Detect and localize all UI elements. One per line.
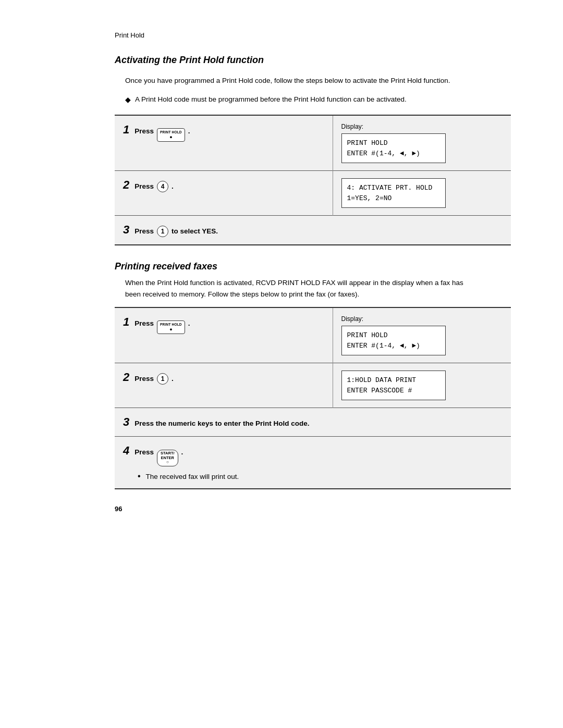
- step3-label: Press: [134, 227, 154, 235]
- step2-label: Press: [134, 182, 154, 190]
- start-enter-key[interactable]: START/ ENTER ○: [157, 450, 178, 466]
- s2-step4-number: 4: [123, 444, 129, 458]
- key-4-circle[interactable]: 4: [157, 181, 168, 192]
- table-row: 1 Press PRINT HOLD ● . Display: PRINT HO…: [115, 307, 511, 363]
- step1-inline: 1 Press PRINT HOLD ● .: [123, 123, 324, 142]
- s2-step4-subbullet: • The received fax will print out.: [138, 472, 503, 481]
- section1-steps-table: 1 Press PRINT HOLD ● . Display: PRINT HO…: [115, 115, 511, 245]
- section2-description: When the Print Hold function is activate…: [115, 277, 469, 300]
- step2-display-cell: 4: ACTIVATE PRT. HOLD1=YES, 2=NO: [333, 171, 511, 216]
- subbullet-text: The received fax will print out.: [146, 473, 239, 480]
- step2-suffix: .: [172, 182, 174, 190]
- s2-step2-display-cell: 1:HOLD DATA PRINTENTER PASSCODE #: [333, 363, 511, 408]
- s2-step3-inline: 3 Press the numeric keys to enter the Pr…: [123, 415, 503, 429]
- display-box-2: 4: ACTIVATE PRT. HOLD1=YES, 2=NO: [341, 178, 446, 208]
- step3-suffix: to select YES.: [172, 227, 218, 235]
- s2-step1-display-cell: Display: PRINT HOLDENTER #(1-4, ◄, ►): [333, 307, 511, 363]
- step3-inline: 3 Press 1 to select YES.: [123, 223, 503, 237]
- display-label-1: Display:: [341, 123, 503, 130]
- enter-icon: ○: [166, 460, 169, 465]
- bullet-dot: •: [138, 472, 141, 481]
- display-box-1: PRINT HOLDENTER #(1-4, ◄, ►): [341, 133, 446, 163]
- step3-action-cell: 3 Press 1 to select YES.: [115, 216, 511, 245]
- table-row: 4 Press START/ ENTER ○ . • The received …: [115, 437, 511, 489]
- key-1-circle-s2[interactable]: 1: [157, 373, 168, 385]
- s2-step2-action-cell: 2 Press 1 .: [115, 363, 333, 408]
- s2-step1-suffix: .: [188, 319, 190, 327]
- step1-action-cell: 1 Press PRINT HOLD ● .: [115, 115, 333, 171]
- display-label-s2-1: Display:: [341, 315, 503, 323]
- s2-step2-suffix: .: [172, 375, 174, 382]
- s2-step3-action-cell: 3 Press the numeric keys to enter the Pr…: [115, 408, 511, 437]
- section2-steps-table: 1 Press PRINT HOLD ● . Display: PRINT HO…: [115, 307, 511, 489]
- table-row: 2 Press 1 . 1:HOLD DATA PRINTENTER PASSC…: [115, 363, 511, 408]
- print-hold-key-2[interactable]: PRINT HOLD ●: [157, 320, 185, 334]
- table-row: 1 Press PRINT HOLD ● . Display: PRINT HO…: [115, 115, 511, 171]
- key-1-circle-s1[interactable]: 1: [157, 226, 168, 237]
- step1-display-cell: Display: PRINT HOLDENTER #(1-4, ◄, ►): [333, 115, 511, 171]
- bullet-diamond: ◆: [125, 94, 131, 106]
- s2-step3-number: 3: [123, 415, 129, 429]
- section2-title: Printing received faxes: [115, 261, 511, 272]
- key-top-label: PRINT HOLD: [160, 130, 182, 134]
- s2-step1-label: Press: [134, 319, 154, 327]
- display-box-s2-2: 1:HOLD DATA PRINTENTER PASSCODE #: [341, 371, 446, 400]
- table-row: 3 Press 1 to select YES.: [115, 216, 511, 245]
- step1-suffix: .: [188, 127, 190, 135]
- s2-step2-number: 2: [123, 371, 129, 384]
- step2-number: 2: [123, 178, 129, 192]
- s2-step4-suffix: .: [181, 448, 183, 456]
- step1-label: Press: [134, 127, 154, 135]
- s2-step2-inline: 2 Press 1 .: [123, 371, 324, 385]
- section1-title: Activating the Print Hold function: [115, 55, 511, 66]
- table-row: 2 Press 4 . 4: ACTIVATE PRT. HOLD1=YES, …: [115, 171, 511, 216]
- step2-inline: 2 Press 4 .: [123, 178, 324, 192]
- page-number: 96: [115, 505, 511, 513]
- s2-step3-label: Press the numeric keys to enter the Prin…: [134, 419, 309, 427]
- step2-action-cell: 2 Press 4 .: [115, 171, 333, 216]
- step3-number: 3: [123, 223, 129, 237]
- s2-step4-action-cell: 4 Press START/ ENTER ○ . • The received …: [115, 437, 511, 489]
- s2-step4-label: Press: [134, 448, 154, 456]
- page-label: Print Hold: [115, 31, 511, 39]
- s2-step2-label: Press: [134, 375, 154, 382]
- s2-step4-inline: 4 Press START/ ENTER ○ .: [123, 444, 503, 466]
- key-bottom-icon: ●: [169, 134, 172, 140]
- print-hold-key-1[interactable]: PRINT HOLD ●: [157, 128, 185, 142]
- table-row: 3 Press the numeric keys to enter the Pr…: [115, 408, 511, 437]
- display-box-s2-1: PRINT HOLDENTER #(1-4, ◄, ►): [341, 326, 446, 355]
- key-top-label-2: PRINT HOLD: [160, 323, 182, 326]
- s2-step1-inline: 1 Press PRINT HOLD ● .: [123, 315, 324, 334]
- step1-number: 1: [123, 123, 129, 137]
- s2-step1-action-cell: 1 Press PRINT HOLD ● .: [115, 307, 333, 363]
- section1-bullet: ◆ A Print Hold code must be programmed b…: [115, 94, 469, 106]
- s2-step1-number: 1: [123, 315, 129, 329]
- section1-description: Once you have programmed a Print Hold co…: [115, 75, 469, 87]
- key-bottom-icon-2: ●: [169, 327, 172, 332]
